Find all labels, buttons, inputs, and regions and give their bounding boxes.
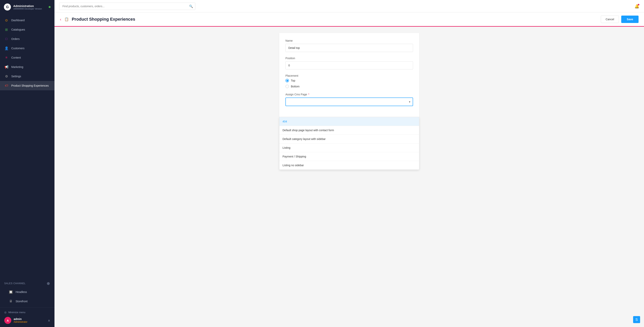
search-button[interactable]: 🔍 — [189, 4, 193, 8]
dropdown-option-default-category[interactable]: Default category layout with sidebar — [280, 135, 419, 143]
page-title: Product Shopping Experiences — [72, 17, 598, 22]
assign-cms-label: Assign Cms Page * — [286, 93, 413, 96]
user-section: A admin Administrator ∧ — [4, 317, 50, 324]
sidebar-item-catalogues[interactable]: ⊞ Catalogues — [0, 25, 54, 34]
user-avatar: A — [4, 317, 11, 324]
sidebar-header: G Administration v99999999 Developer Ver… — [0, 0, 54, 14]
placement-bottom-radio[interactable] — [286, 85, 289, 88]
required-marker: * — [308, 93, 309, 96]
dropdown-options-list: 404 Default shop page layout with contac… — [279, 117, 419, 170]
app-info: Administration v99999999 Developer Versi… — [13, 4, 42, 10]
sidebar-item-storefront[interactable]: 🖥 Storefront — [4, 297, 50, 306]
sales-channel-section: Sales Channel ⊕ 🔲 Headless 🖥 Storefront — [0, 278, 54, 307]
main-area: 🔍 🔔 ‹ 📋 Product Shopping Experiences Can… — [54, 0, 644, 327]
placement-top-option[interactable]: Top — [286, 79, 413, 82]
sidebar: G Administration v99999999 Developer Ver… — [0, 0, 54, 327]
catalogues-icon: ⊞ — [4, 28, 8, 32]
headless-icon: 🔲 — [8, 290, 13, 294]
app-logo: G — [4, 4, 11, 11]
placement-bottom-label: Bottom — [291, 85, 300, 88]
sidebar-item-label: Headless — [16, 290, 27, 293]
cancel-button[interactable]: Cancel — [601, 16, 619, 23]
marketing-icon: 📢 — [4, 65, 8, 69]
dashboard-icon: ⊙ — [4, 18, 8, 22]
settings-icon: ⚙ — [4, 74, 8, 79]
sidebar-item-product-shopping[interactable]: 🏷 Product Shopping Experiences — [0, 81, 54, 90]
sidebar-item-orders[interactable]: □ Orders — [0, 34, 54, 44]
content-icon: ≡ — [4, 56, 8, 60]
assign-cms-form-group: Assign Cms Page * 404 Default shop page … — [286, 93, 413, 106]
sidebar-item-label: Settings — [11, 75, 21, 78]
content-area: Name Position Placement Top — [54, 27, 644, 327]
placement-form-group: Placement Top Bottom — [286, 74, 413, 88]
placement-radio-group: Top Bottom — [286, 79, 413, 88]
product-shopping-icon: 🏷 — [4, 84, 8, 88]
app-title: Administration — [13, 4, 42, 8]
sidebar-item-label: Orders — [11, 37, 20, 41]
user-role: Administrator — [14, 320, 28, 323]
name-label: Name — [286, 39, 413, 42]
shopware-badge: S — [633, 316, 640, 323]
sidebar-item-label: Marketing — [11, 65, 23, 69]
dropdown-option-payment-shipping[interactable]: Payment / Shipping — [280, 152, 419, 161]
position-input[interactable] — [286, 61, 413, 70]
placement-bottom-option[interactable]: Bottom — [286, 85, 413, 88]
topbar: 🔍 🔔 — [54, 0, 644, 13]
position-label: Position — [286, 57, 413, 60]
add-sales-channel-button[interactable]: ⊕ — [47, 281, 50, 286]
online-status-dot — [49, 6, 50, 8]
header-edit-icon[interactable]: 📋 — [64, 17, 69, 22]
minimize-label: Minimize menu — [8, 311, 25, 314]
page-header: ‹ 📋 Product Shopping Experiences Cancel … — [54, 13, 644, 27]
orders-icon: □ — [4, 37, 8, 41]
placement-label: Placement — [286, 74, 413, 77]
sidebar-nav: ⊙ Dashboard ⊞ Catalogues □ Orders 👤 Cust… — [0, 14, 54, 278]
sidebar-item-content[interactable]: ≡ Content — [0, 53, 54, 62]
save-button[interactable]: Save — [621, 16, 638, 23]
assign-cms-dropdown-container: 404 Default shop page layout with contac… — [286, 98, 413, 106]
name-input[interactable] — [286, 44, 413, 52]
sidebar-item-label: Customers — [11, 47, 24, 50]
search-container: 🔍 — [59, 3, 195, 10]
minimize-icon: ◎ — [4, 311, 6, 314]
user-name: admin — [14, 317, 28, 320]
assign-cms-select[interactable]: 404 Default shop page layout with contac… — [286, 98, 413, 106]
form-card: Name Position Placement Top — [279, 33, 419, 117]
minimize-menu-button[interactable]: ◎ Minimize menu — [4, 311, 50, 314]
back-button[interactable]: ‹ — [60, 17, 61, 22]
storefront-icon: 🖥 — [8, 299, 13, 303]
placement-top-radio[interactable] — [286, 79, 289, 82]
dropdown-option-404[interactable]: 404 — [280, 117, 419, 126]
dropdown-option-listing[interactable]: Listing — [280, 143, 419, 152]
sidebar-item-marketing[interactable]: 📢 Marketing — [0, 62, 54, 72]
sidebar-item-label: Catalogues — [11, 28, 25, 31]
name-form-group: Name — [286, 39, 413, 52]
sidebar-item-label: Storefront — [16, 300, 28, 303]
dropdown-option-listing-no-sidebar[interactable]: Listing no sidebar — [280, 161, 419, 170]
header-actions: Cancel Save — [601, 16, 638, 23]
app-version: v99999999 Developer Version — [13, 8, 42, 10]
sidebar-item-customers[interactable]: 👤 Customers — [0, 44, 54, 53]
sales-channel-header: Sales Channel ⊕ — [4, 281, 50, 286]
topbar-right: 🔔 — [634, 4, 639, 9]
sidebar-item-label: Product Shopping Experiences — [11, 84, 49, 87]
sidebar-item-headless[interactable]: 🔲 Headless — [4, 287, 50, 297]
sidebar-item-label: Content — [11, 56, 21, 59]
notifications-button[interactable]: 🔔 — [634, 4, 639, 9]
position-form-group: Position — [286, 57, 413, 70]
sidebar-item-dashboard[interactable]: ⊙ Dashboard — [0, 16, 54, 25]
sidebar-item-settings[interactable]: ⚙ Settings — [0, 72, 54, 81]
user-info: admin Administrator — [14, 317, 28, 323]
notification-dot — [638, 4, 639, 6]
sales-channel-label: Sales Channel — [4, 282, 26, 285]
customers-icon: 👤 — [4, 46, 8, 50]
radio-inner-dot — [286, 80, 288, 82]
sidebar-footer: ◎ Minimize menu A admin Administrator ∧ — [0, 307, 54, 327]
dropdown-option-default-shop[interactable]: Default shop page layout with contact fo… — [280, 126, 419, 135]
sidebar-item-label: Dashboard — [11, 19, 25, 22]
placement-top-label: Top — [291, 79, 295, 82]
search-input[interactable] — [59, 3, 195, 10]
user-chevron-icon[interactable]: ∧ — [48, 319, 50, 322]
